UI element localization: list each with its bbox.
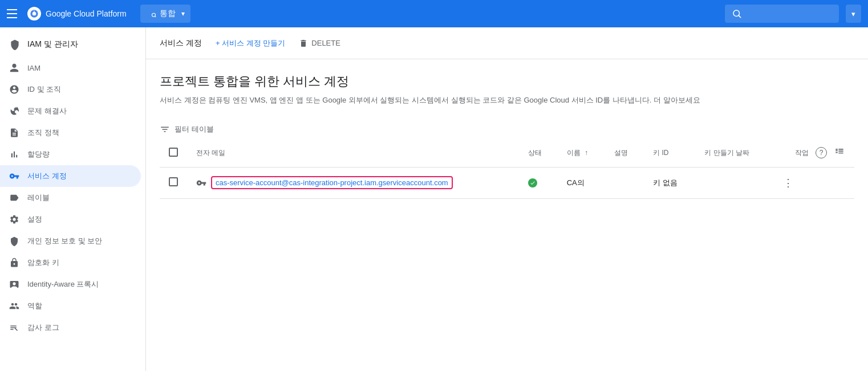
sidebar-item-label-settings: 설정 [27, 214, 42, 225]
email-link[interactable]: cas-service-account@cas-integration-proj… [211, 176, 453, 189]
col-key-created: 키 만들기 날짜 [695, 139, 772, 168]
sidebar-title: IAM 및 관리자 [27, 39, 78, 50]
iap-icon [9, 279, 19, 290]
header-dropdown-button[interactable]: ▾ [846, 5, 861, 23]
roles-icon [9, 301, 19, 311]
delete-button[interactable]: DELETE [299, 39, 340, 48]
label-icon [9, 193, 19, 203]
sidebar-item-crypto[interactable]: 암호화 키 [0, 252, 141, 274]
create-service-account-button[interactable]: + 서비스 계정 만들기 [216, 38, 285, 48]
col-name[interactable]: 이름 ↑ [558, 139, 606, 168]
col-key-id: 키 ID [644, 139, 695, 168]
audit-icon [9, 323, 19, 333]
main-content: 서비스 계정 + 서비스 계정 만들기 DELETE 프로젝트 통합을 위한 서… [146, 27, 868, 371]
page-description: 서비스 계정은 컴퓨팅 엔진 VMS, 앱 엔진 앱 또는 Google 외부에… [160, 95, 854, 106]
row-description-cell [605, 167, 644, 198]
wrench-icon [9, 106, 19, 116]
filter-bar: 필터 테이블 [160, 120, 854, 139]
sidebar-item-troubleshoot[interactable]: 문제 해결사 [0, 100, 141, 122]
header-right: ▾ [846, 5, 861, 23]
sidebar: IAM 및 관리자 IAM ID 및 조직 [0, 27, 146, 371]
top-header: Google Cloud Platform 통합 ▾ ▾ [0, 0, 868, 27]
project-name: 통합 [160, 9, 176, 19]
sidebar-item-settings[interactable]: 설정 [0, 209, 141, 230]
table-row: cas-service-account@cas-integration-proj… [160, 167, 854, 198]
col-actions: 작업 ? [772, 139, 854, 168]
svg-point-2 [152, 13, 155, 17]
row-actions-cell: ⋮ [772, 167, 854, 198]
col-email: 전자 메일 [187, 139, 519, 168]
sidebar-item-audit[interactable]: 감사 로그 [0, 317, 141, 339]
project-dropdown-arrow: ▾ [181, 10, 185, 18]
sidebar-header: IAM 및 관리자 [0, 32, 145, 57]
brand-logo: Google Cloud Platform [27, 7, 127, 21]
more-actions-button[interactable]: ⋮ [781, 174, 845, 191]
account-circle-icon [9, 84, 19, 95]
col-description: 설명 [605, 139, 644, 168]
toolbar-title: 서비스 계정 [160, 38, 202, 48]
filter-icon [160, 124, 170, 134]
row-status-cell [519, 167, 558, 198]
shield-icon [9, 236, 19, 246]
table-help-icon[interactable]: ? [816, 147, 827, 158]
sidebar-item-iap[interactable]: Identity-Aware 프록시 [0, 274, 141, 295]
sidebar-item-service-account[interactable]: 서비스 계정 [0, 165, 141, 187]
service-account-row-icon [196, 178, 206, 188]
sidebar-item-label-identity: ID 및 조직 [27, 84, 61, 95]
select-all-checkbox[interactable] [169, 148, 178, 157]
sidebar-item-label-crypto: 암호화 키 [27, 258, 59, 268]
status-active-icon [528, 178, 537, 187]
table-body: cas-service-account@cas-integration-proj… [160, 167, 854, 198]
table-header: 전자 메일 상태 이름 ↑ 설명 키 ID [160, 139, 854, 168]
page-body: 프로젝트 통합을 위한 서비스 계정 서비스 계정은 컴퓨팅 엔진 VMS, 앱… [146, 59, 868, 213]
page-title: 프로젝트 통합을 위한 서비스 계정 [160, 73, 854, 90]
sidebar-item-label-troubleshoot: 문제 해결사 [27, 106, 67, 116]
project-selector[interactable]: 통합 ▾ [140, 5, 190, 23]
sidebar-item-label-policy: 조직 정책 [27, 128, 59, 138]
sidebar-item-label-quota: 할당량 [27, 149, 50, 160]
row-key-created-cell [695, 167, 772, 198]
sidebar-item-quota[interactable]: 할당량 [0, 144, 141, 165]
sidebar-item-label-roles: 역할 [27, 301, 42, 311]
google-cloud-icon [27, 7, 41, 21]
sidebar-item-privacy[interactable]: 개인 정보 보호 및 보안 [0, 230, 141, 252]
sidebar-item-label-privacy: 개인 정보 보호 및 보안 [27, 236, 102, 246]
person-icon [9, 63, 19, 73]
svg-point-1 [33, 12, 36, 16]
shield-admin-icon [9, 39, 21, 50]
sidebar-item-identity[interactable]: ID 및 조직 [0, 79, 141, 100]
row-checkbox-cell [160, 167, 187, 198]
sidebar-item-label-labels: 레이블 [27, 193, 50, 203]
table-columns-icon[interactable] [834, 146, 845, 160]
filter-label: 필터 테이블 [175, 124, 214, 134]
sort-icon: ↑ [585, 149, 588, 157]
sidebar-item-label-iam: IAM [27, 64, 40, 72]
document-icon [9, 128, 19, 138]
hamburger-menu[interactable] [7, 7, 21, 21]
row-name-cell: CA의 [558, 167, 606, 198]
sidebar-item-labels[interactable]: 레이블 [0, 187, 141, 209]
row-key-id-cell: 키 없음 [644, 167, 695, 198]
col-status: 상태 [519, 139, 558, 168]
row-checkbox[interactable] [169, 177, 178, 186]
row-email-cell: cas-service-account@cas-integration-proj… [187, 167, 519, 198]
layout: IAM 및 관리자 IAM ID 및 조직 [0, 27, 868, 371]
sidebar-item-label-iap: Identity-Aware 프록시 [27, 279, 99, 290]
sidebar-item-label-audit: 감사 로그 [27, 323, 59, 333]
content-toolbar: 서비스 계정 + 서비스 계정 만들기 DELETE [146, 27, 868, 59]
sidebar-item-iam[interactable]: IAM [0, 57, 141, 79]
service-accounts-table: 전자 메일 상태 이름 ↑ 설명 키 ID [160, 139, 854, 199]
brand-name: Google Cloud Platform [46, 9, 127, 18]
sidebar-item-roles[interactable]: 역할 [0, 295, 141, 317]
chart-icon [9, 149, 19, 160]
header-checkbox-cell [160, 139, 187, 168]
header-search[interactable] [725, 5, 839, 23]
sidebar-item-label-service-account: 서비스 계정 [27, 171, 67, 181]
gear-icon [9, 214, 19, 225]
key-icon [9, 171, 19, 181]
lock-icon [9, 258, 19, 268]
sidebar-item-policy[interactable]: 조직 정책 [0, 122, 141, 144]
